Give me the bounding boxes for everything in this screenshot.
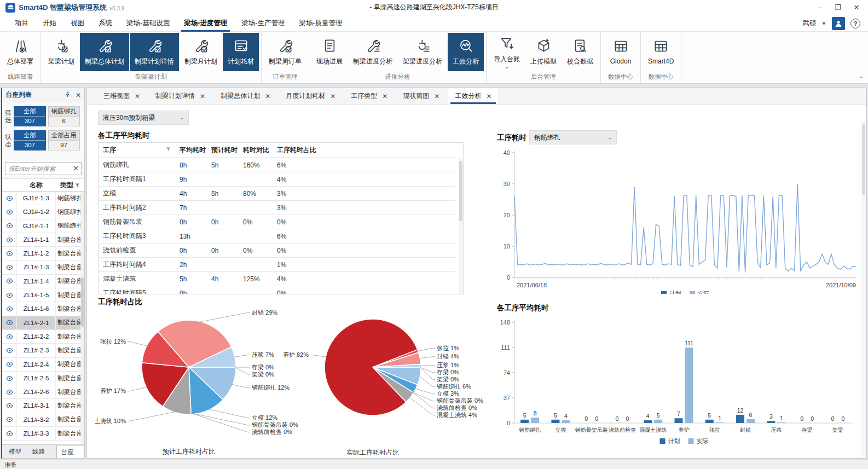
table-row[interactable]: 工序耗时间隔19h4% [99, 172, 455, 187]
pin-icon[interactable] [65, 91, 71, 99]
table-column-header[interactable]: 工序耗时占比 [273, 143, 323, 158]
list-item[interactable]: GJ1#-1-1钢筋绑扎 [2, 219, 84, 233]
sidebar-tab-台座列表[interactable]: 台座列表 [56, 445, 84, 458]
name-column-header[interactable]: 名称 [16, 181, 56, 190]
document-tab-制梁计划详情[interactable]: 制梁计划详情✕ [149, 88, 212, 104]
ribbon-button-总体部署[interactable]: 总体部署 [2, 33, 38, 71]
tab-close-icon[interactable]: ✕ [135, 92, 140, 100]
user-avatar-icon[interactable] [832, 17, 845, 30]
ribbon-button-架梁进度分析[interactable]: 架梁进度分析 [398, 33, 447, 71]
eye-icon[interactable] [2, 347, 16, 354]
document-tab-工效分析[interactable]: 工效分析✕ [448, 88, 498, 104]
list-item[interactable]: ZL1#-1-6制梁台座 [2, 302, 84, 316]
table-row[interactable]: 钢筋绑扎8h5h160%6% [99, 158, 455, 172]
filter-funnel-icon[interactable] [75, 183, 80, 188]
user-name[interactable]: 武硕 [803, 19, 816, 28]
list-item[interactable]: ZL1#-1-2制梁台座 [2, 247, 84, 260]
help-icon[interactable]: ? [850, 19, 860, 28]
eye-icon[interactable] [2, 195, 16, 202]
table-row[interactable]: 工序耗时间隔42h1% [99, 258, 455, 272]
menu-item-7[interactable]: 梁场-质量管理 [292, 15, 350, 32]
list-item[interactable]: ZL1#-2-1制梁台座 [2, 316, 84, 330]
filter-all-button[interactable]: 全部 307 [14, 106, 45, 126]
list-item[interactable]: ZL1#-3-1制梁台座 [2, 399, 84, 413]
eye-icon[interactable] [2, 333, 16, 340]
panel-close-icon[interactable]: ✕ [76, 91, 81, 99]
sidebar-scrollbar-thumb[interactable] [81, 277, 84, 327]
ribbon-button-工效分析[interactable]: 工效分析 [448, 33, 484, 71]
clear-search-icon[interactable]: ✕ [73, 164, 79, 172]
tab-close-icon[interactable]: ✕ [486, 92, 491, 100]
eye-icon[interactable] [2, 305, 16, 312]
table-row[interactable]: 浇筑前检查0h0h0%0% [99, 244, 455, 258]
eye-icon[interactable] [2, 222, 16, 229]
eye-icon[interactable] [2, 236, 16, 244]
ribbon-button-制梁总体计划[interactable]: 制梁总体计划 [80, 33, 129, 71]
ribbon-button-校合数据[interactable]: 校合数据 [562, 33, 598, 71]
ribbon-button-现场进展[interactable]: 现场进展 [311, 33, 348, 71]
list-item[interactable]: ZL1#-3-2制梁台座 [2, 413, 84, 427]
menu-item-3[interactable]: 系统 [91, 15, 119, 32]
sidebar-tab-线路管理[interactable]: 线路管理 [28, 445, 55, 458]
close-icon[interactable]: ✕ [848, 2, 865, 14]
list-item[interactable]: ZL1#-2-4制梁台座 [2, 358, 84, 372]
menu-item-0[interactable]: 项目 [8, 15, 36, 32]
list-item[interactable]: ZL1#-2-6制梁台座 [2, 385, 84, 399]
table-column-header[interactable]: 工序 [99, 143, 175, 158]
tab-close-icon[interactable]: ✕ [265, 92, 270, 100]
ribbon-button-制梁进度分析[interactable]: 制梁进度分析 [348, 33, 397, 71]
status-occupied-button[interactable]: 全部占用 97 [48, 130, 80, 150]
tab-close-icon[interactable]: ✕ [382, 92, 387, 100]
list-item[interactable]: GJ1#-1-3钢筋绑扎 [2, 192, 84, 205]
menu-item-5[interactable]: 梁场-进度管理 [177, 15, 234, 32]
search-input[interactable] [5, 162, 82, 175]
table-row[interactable]: 工序耗时间隔313h6% [99, 229, 455, 244]
document-tab-三维视图[interactable]: 三维视图✕ [97, 88, 147, 104]
table-scrollbar[interactable] [459, 158, 463, 294]
list-item[interactable]: ZL1#-2-5制梁台座 [2, 372, 84, 385]
ribbon-button-架梁计划[interactable]: 架梁计划 [43, 33, 79, 71]
menu-item-1[interactable]: 开始 [36, 15, 63, 32]
document-tab-工序类型[interactable]: 工序类型✕ [344, 88, 394, 104]
eye-icon[interactable] [2, 264, 16, 271]
line-process-select[interactable]: 钢筋绑扎 ⌄ [529, 130, 617, 144]
eye-icon[interactable] [2, 375, 16, 382]
tab-close-icon[interactable]: ✕ [200, 92, 205, 100]
ribbon-button-Glodon[interactable]: Glodon [603, 33, 638, 71]
status-all-button[interactable]: 全部 307 [14, 130, 45, 150]
beam-type-select[interactable]: 液压30m预制箱梁 ⌄ [98, 111, 189, 125]
table-scrollbar-thumb[interactable] [459, 161, 462, 221]
menu-item-4[interactable]: 梁场-基础设置 [119, 15, 177, 32]
list-item[interactable]: ZL1#-3-3制梁台座 [2, 427, 84, 441]
tab-close-icon[interactable]: ✕ [434, 92, 439, 100]
ribbon-button-制梁月计划[interactable]: 制梁月计划 [180, 33, 222, 71]
table-row[interactable]: 混凝土浇筑5h4h125%4% [99, 272, 455, 286]
eye-icon[interactable] [2, 319, 16, 326]
eye-icon[interactable] [2, 292, 16, 299]
list-item[interactable]: ZL1#-1-3制梁台座 [2, 260, 84, 274]
list-item[interactable]: ZL1#-2-3制梁台座 [2, 344, 84, 357]
filter-rebar-button[interactable]: 钢筋绑扎 6 [48, 106, 80, 126]
eye-icon[interactable] [2, 250, 16, 257]
ribbon-button-导入台账[interactable]: 导入台账⌄ [489, 33, 525, 71]
maximize-icon[interactable]: ❐ [830, 2, 846, 14]
table-column-header[interactable]: 耗时对比 [239, 143, 273, 158]
list-item[interactable]: ZL1#-1-5制梁台座 [2, 288, 84, 302]
ribbon-button-计划耗材[interactable]: 计划耗材 [223, 33, 259, 71]
eye-icon[interactable] [2, 361, 16, 368]
sidebar-tab-模型树[interactable]: 模型树 [4, 445, 27, 458]
eye-icon[interactable] [2, 277, 16, 285]
list-item[interactable]: ZL1#-1-4制梁台座 [2, 275, 84, 288]
list-item[interactable]: GJ1#-1-2钢筋绑扎 [2, 205, 84, 219]
document-tab-现状简图[interactable]: 现状简图✕ [396, 88, 446, 104]
eye-icon[interactable] [2, 402, 16, 409]
table-column-header[interactable]: 预计耗时 [207, 143, 239, 158]
table-row[interactable]: 立模4h5h80%3% [99, 187, 455, 201]
table-row[interactable]: 工序耗时间隔27h3% [99, 201, 455, 215]
eye-icon[interactable] [2, 389, 16, 396]
column-filter-funnel-icon[interactable] [166, 146, 171, 153]
list-item[interactable]: ZL1#-1-1制梁台座 [2, 233, 84, 247]
ribbon-button-Smart4D[interactable]: Smart4D [643, 33, 679, 71]
sidebar-scrollbar[interactable] [80, 192, 84, 444]
list-item[interactable]: ZL1#-2-2制梁台座 [2, 330, 84, 344]
